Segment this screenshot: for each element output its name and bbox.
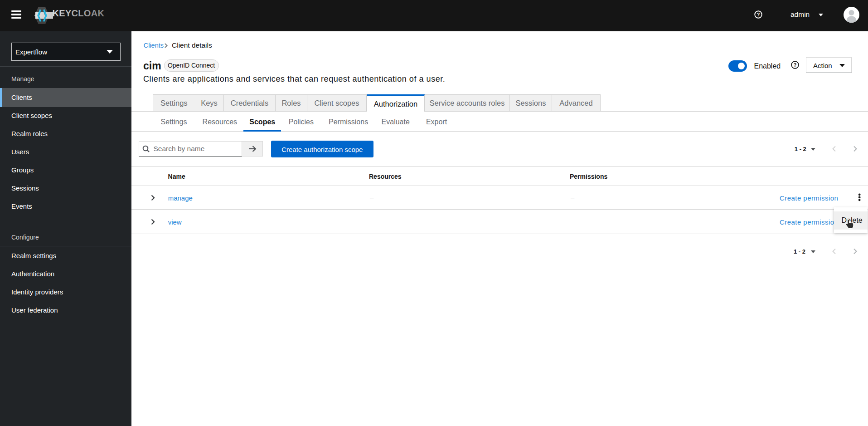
svg-text:?: ? — [756, 11, 760, 17]
svg-text:KEYCLOAK: KEYCLOAK — [53, 8, 105, 18]
svg-text:?: ? — [793, 62, 796, 68]
